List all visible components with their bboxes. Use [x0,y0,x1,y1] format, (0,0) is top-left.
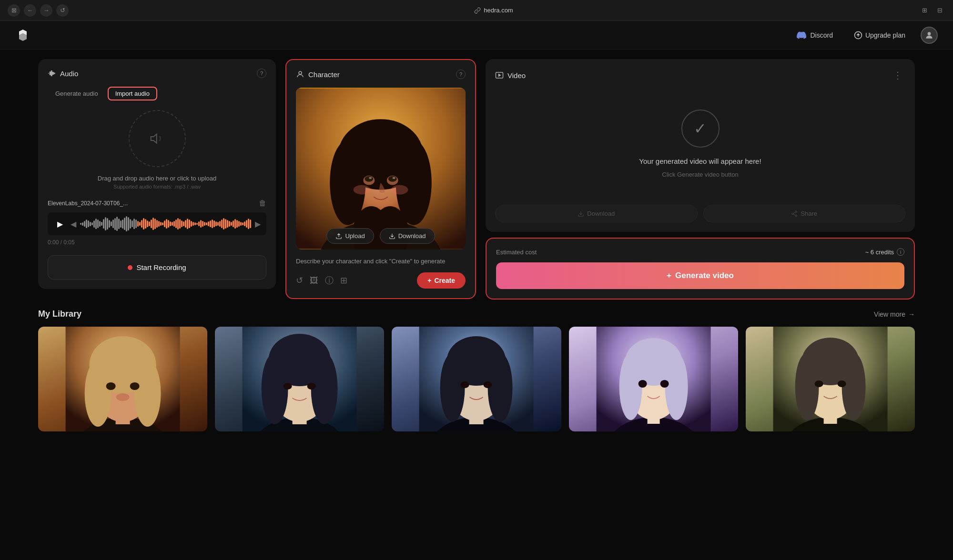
waveform-next-btn[interactable]: ▶ [255,220,261,229]
discord-label: Discord [810,31,832,39]
svg-point-21 [795,211,797,213]
delete-audio-btn[interactable]: 🗑 [259,199,266,208]
svg-point-33 [116,393,130,401]
library-title: My Library [38,309,81,319]
character-describe-text: Describe your character and click "Creat… [296,257,466,266]
svg-point-32 [130,382,140,390]
svg-point-16 [369,177,372,179]
download-icon [389,233,395,240]
svg-point-22 [792,213,794,215]
view-more-arrow: → [908,310,915,318]
user-avatar-icon [924,30,934,40]
library-item[interactable] [38,327,207,431]
upload-drag-text: Drag and drop audio here or click to upl… [48,175,266,182]
library-portrait-5 [746,327,915,431]
character-title-text: Character [308,70,340,79]
video-placeholder: ✓ Your generated video will appear here!… [495,90,905,197]
svg-point-23 [795,215,797,217]
nav-forward-btn[interactable]: → [40,4,52,17]
browser-bar: ⊠ ← → ↺ hedra.com ⊞ ⊟ [0,0,953,21]
svg-point-2 [299,71,302,74]
svg-point-59 [638,380,647,388]
character-download-btn[interactable]: Download [380,228,435,244]
sliders-btn[interactable]: ⊞ [340,275,347,286]
estimated-cost-row: Estimated cost ~ 6 credits i [496,248,904,256]
share-icon [791,210,798,217]
audio-panel-header: Audio ? [48,69,266,78]
url-text: hedra.com [484,7,513,14]
cost-value-text: ~ 6 credits [865,249,894,256]
video-download-label: Download [587,210,615,217]
audio-file-row: ElevenLabs_2024-07-30T06_... 🗑 [48,199,266,208]
extensions-btn[interactable]: ⊞ [919,5,930,16]
library-portrait-2 [215,327,384,431]
start-recording-btn[interactable]: Start Recording [48,255,266,280]
video-download-btn[interactable]: Download [495,205,698,222]
audio-help-btn[interactable]: ? [257,69,266,78]
generate-audio-tab[interactable]: Generate audio [48,87,106,100]
svg-point-50 [461,381,469,388]
nav-back-btn[interactable]: ← [24,4,36,17]
video-panel-title: Video [495,71,526,80]
download-video-icon [578,210,584,217]
library-item[interactable] [746,327,915,431]
video-share-btn[interactable]: Share [703,205,906,222]
svg-point-14 [365,176,373,182]
import-audio-tab[interactable]: Import audio [108,87,157,100]
play-btn[interactable]: ▶ [53,217,67,230]
audio-tabs: Generate audio Import audio [48,87,266,100]
view-more-btn[interactable]: View more → [874,310,915,318]
url-bar[interactable]: hedra.com [74,7,913,14]
library-item[interactable] [392,327,561,431]
info-btn[interactable]: ⓘ [325,275,334,286]
upgrade-button[interactable]: Upgrade plan [848,28,911,42]
library-item[interactable] [569,327,738,431]
generate-video-btn[interactable]: + Generate video [496,262,904,289]
character-image-container: Upload Download [296,88,466,250]
avatar-button[interactable] [921,27,938,44]
upgrade-label: Upgrade plan [865,31,905,39]
library-portrait-1 [38,327,207,431]
library-item[interactable] [215,327,384,431]
upload-btn-label: Upload [345,232,365,240]
upload-supported-text: Supported audio formats: .mp3 / .wav [48,184,266,190]
svg-point-18 [354,185,371,195]
download-btn-label: Download [398,232,426,240]
cost-info-icon[interactable]: i [897,248,904,256]
svg-point-58 [665,353,688,420]
audio-upload-area[interactable] [129,110,186,167]
svg-point-41 [284,383,292,390]
video-title-text: Video [507,71,526,80]
nav-reload-btn[interactable]: ↺ [56,4,69,17]
svg-point-31 [106,382,116,390]
image-btn[interactable]: 🖼 [310,276,318,286]
video-more-btn[interactable]: ⋮ [890,69,905,82]
audio-panel-title: Audio [48,69,78,78]
character-panel-header: Character ? [296,70,466,79]
video-icon [495,71,504,80]
main-content: Audio ? Generate audio Import audio Drag… [0,50,953,309]
header-actions: Discord Upgrade plan [791,27,938,44]
video-action-row: Download Share [495,205,905,222]
video-top-panel: Video ⋮ ✓ Your generated video will appe… [486,59,915,232]
waveform-prev-btn[interactable]: ◀ [71,220,76,229]
create-plus-icon: + [427,277,431,284]
upload-icon [335,233,342,240]
svg-point-39 [262,353,288,424]
discord-button[interactable]: Discord [791,28,838,43]
svg-point-51 [484,381,492,388]
portrait-svg [296,88,466,250]
tabs-btn[interactable]: ⊟ [934,5,945,16]
character-upload-btn[interactable]: Upload [326,228,374,244]
create-character-btn[interactable]: + Create [417,272,466,289]
svg-point-48 [440,353,465,422]
character-help-btn[interactable]: ? [456,70,466,79]
audio-panel: Audio ? Generate audio Import audio Drag… [38,59,276,289]
checkmark: ✓ [694,120,707,138]
create-btn-label: Create [434,277,455,284]
refresh-btn[interactable]: ↺ [296,275,303,286]
character-panel: Character ? [285,59,476,299]
svg-point-1 [928,32,931,35]
character-panel-title: Character [296,70,340,79]
window-close-btn[interactable]: ⊠ [8,4,20,17]
